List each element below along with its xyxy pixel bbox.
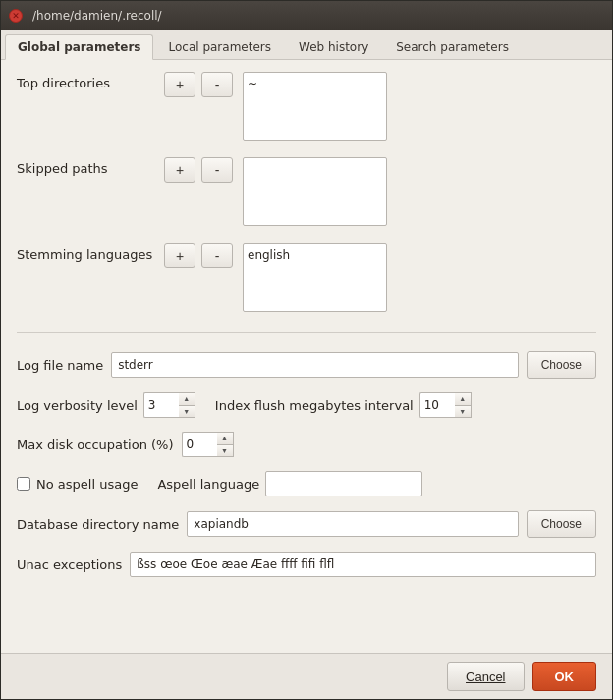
index-flush-label: Index flush megabytes interval — [215, 398, 414, 413]
stemming-languages-add-button[interactable]: + — [164, 243, 195, 268]
index-flush-input[interactable] — [419, 392, 455, 418]
cancel-button[interactable]: Cancel — [447, 662, 524, 691]
skipped-paths-remove-button[interactable]: - — [201, 157, 233, 183]
log-verbosity-input[interactable] — [143, 392, 179, 418]
database-input[interactable] — [187, 511, 518, 537]
log-verbosity-arrows: ▲ ▼ — [179, 392, 195, 418]
tab-web-history[interactable]: Web history — [286, 34, 381, 59]
log-verbosity-spinner: ▲ ▼ — [143, 392, 195, 418]
top-directories-remove-button[interactable]: - — [201, 72, 233, 97]
top-directories-buttons: + - — [164, 72, 233, 97]
content-area: Top directories + - ~ Skipped paths + - — [1, 60, 612, 653]
top-directories-controls: + - — [164, 72, 233, 97]
unac-row: Unac exceptions — [17, 552, 596, 577]
close-button[interactable]: ✕ — [9, 9, 23, 23]
aspell-language-label: Aspell language — [157, 477, 259, 492]
skipped-paths-textarea[interactable] — [243, 157, 387, 226]
verbosity-flush-row: Log verbosity level ▲ ▼ Index flush mega… — [17, 392, 596, 418]
aspell-language-col: Aspell language — [157, 471, 422, 496]
top-directories-textarea[interactable]: ~ — [243, 72, 387, 141]
index-flush-down-button[interactable]: ▼ — [455, 406, 471, 418]
database-row: Database directory name Choose — [17, 510, 596, 538]
index-flush-col: Index flush megabytes interval ▲ ▼ — [215, 392, 472, 418]
log-verbosity-up-button[interactable]: ▲ — [179, 393, 195, 406]
top-directories-section: Top directories + - ~ — [17, 72, 596, 144]
log-file-choose-button[interactable]: Choose — [527, 351, 596, 379]
unac-input[interactable] — [130, 552, 596, 577]
skipped-paths-buttons: + - — [164, 157, 233, 183]
stemming-languages-label: Stemming languages — [17, 243, 154, 262]
tab-search-parameters[interactable]: Search parameters — [383, 34, 522, 59]
stemming-languages-textarea[interactable]: english — [243, 243, 387, 312]
footer: Cancel OK — [1, 653, 612, 699]
log-file-label: Log file name — [17, 358, 103, 373]
aspell-row: No aspell usage Aspell language — [17, 471, 596, 496]
stemming-languages-section: Stemming languages + - english — [17, 243, 596, 315]
max-disk-up-button[interactable]: ▲ — [217, 433, 233, 445]
no-aspell-checkbox[interactable] — [17, 477, 30, 491]
max-disk-row: Max disk occupation (%) ▲ ▼ — [17, 432, 596, 457]
stemming-languages-remove-button[interactable]: - — [201, 243, 233, 268]
main-window: ✕ /home/damien/.recoll/ Global parameter… — [0, 0, 613, 700]
log-verbosity-down-button[interactable]: ▼ — [179, 406, 195, 418]
index-flush-up-button[interactable]: ▲ — [455, 393, 471, 406]
aspell-language-input[interactable] — [265, 471, 422, 496]
no-aspell-col: No aspell usage — [17, 477, 138, 492]
index-flush-spinner: ▲ ▼ — [419, 392, 472, 418]
skipped-paths-add-button[interactable]: + — [164, 157, 195, 183]
skipped-paths-section: Skipped paths + - — [17, 157, 596, 229]
stemming-languages-controls: + - — [164, 243, 233, 268]
log-file-input[interactable] — [111, 352, 518, 378]
max-disk-input[interactable] — [182, 432, 217, 457]
top-directories-right: ~ — [243, 72, 596, 144]
database-label: Database directory name — [17, 517, 179, 532]
no-aspell-label: No aspell usage — [36, 477, 138, 492]
tabs-bar: Global parameters Local parameters Web h… — [1, 30, 612, 60]
max-disk-arrows: ▲ ▼ — [217, 432, 234, 457]
skipped-paths-right — [243, 157, 596, 229]
skipped-paths-label: Skipped paths — [17, 157, 154, 176]
max-disk-down-button[interactable]: ▼ — [217, 445, 233, 457]
log-file-row: Log file name Choose — [17, 351, 596, 379]
log-verbosity-label: Log verbosity level — [17, 398, 138, 413]
window-title: /home/damien/.recoll/ — [32, 9, 162, 23]
skipped-paths-controls: + - — [164, 157, 233, 183]
top-directories-add-button[interactable]: + — [164, 72, 195, 97]
divider-1 — [17, 332, 596, 333]
index-flush-arrows: ▲ ▼ — [455, 392, 472, 418]
titlebar: ✕ /home/damien/.recoll/ — [1, 1, 612, 30]
database-choose-button[interactable]: Choose — [527, 510, 596, 538]
log-verbosity-col: Log verbosity level ▲ ▼ — [17, 392, 195, 418]
max-disk-label: Max disk occupation (%) — [17, 438, 174, 452]
ok-button[interactable]: OK — [532, 662, 597, 691]
stemming-languages-buttons: + - — [164, 243, 233, 268]
stemming-languages-right: english — [243, 243, 596, 315]
tab-local-parameters[interactable]: Local parameters — [155, 34, 284, 59]
top-directories-label: Top directories — [17, 72, 154, 90]
unac-label: Unac exceptions — [17, 557, 122, 572]
tab-global-parameters[interactable]: Global parameters — [5, 34, 153, 60]
max-disk-spinner: ▲ ▼ — [182, 432, 234, 457]
